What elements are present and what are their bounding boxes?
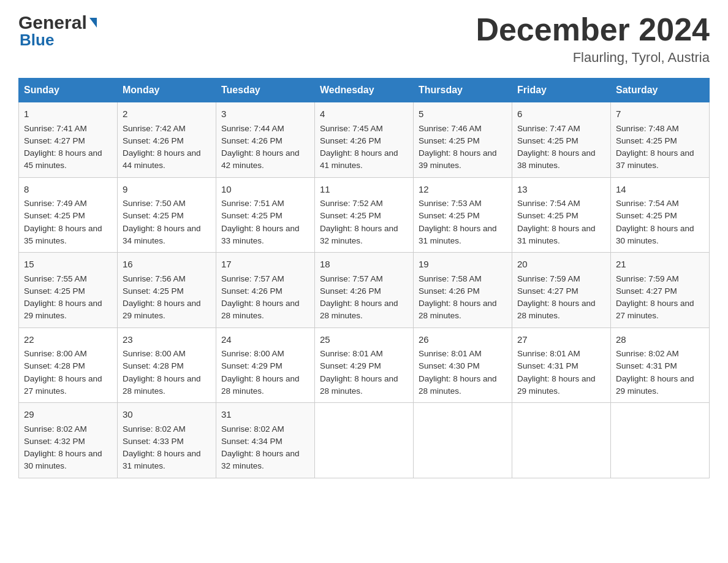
table-row bbox=[315, 403, 414, 478]
table-row: 27Sunrise: 8:01 AMSunset: 4:31 PMDayligh… bbox=[512, 327, 611, 403]
col-saturday: Saturday bbox=[611, 79, 710, 102]
page-header: General Blue December 2024 Flaurling, Ty… bbox=[18, 12, 710, 66]
day-number: 11 bbox=[320, 183, 408, 197]
col-sunday: Sunday bbox=[19, 79, 118, 102]
day-number: 4 bbox=[320, 107, 408, 121]
day-info: Sunrise: 7:59 AMSunset: 4:27 PMDaylight:… bbox=[517, 274, 596, 321]
day-number: 20 bbox=[517, 258, 605, 272]
table-row: 8Sunrise: 7:49 AMSunset: 4:25 PMDaylight… bbox=[19, 177, 118, 253]
day-info: Sunrise: 7:41 AMSunset: 4:27 PMDaylight:… bbox=[24, 124, 102, 170]
day-info: Sunrise: 7:42 AMSunset: 4:26 PMDaylight:… bbox=[123, 124, 201, 170]
calendar-week-row: 15Sunrise: 7:55 AMSunset: 4:25 PMDayligh… bbox=[19, 253, 710, 328]
table-row: 1Sunrise: 7:41 AMSunset: 4:27 PMDaylight… bbox=[19, 102, 118, 178]
day-info: Sunrise: 8:00 AMSunset: 4:28 PMDaylight:… bbox=[123, 349, 201, 396]
table-row: 25Sunrise: 8:01 AMSunset: 4:29 PMDayligh… bbox=[315, 327, 414, 403]
day-info: Sunrise: 8:02 AMSunset: 4:32 PMDaylight:… bbox=[24, 424, 102, 471]
table-row: 16Sunrise: 7:56 AMSunset: 4:25 PMDayligh… bbox=[118, 253, 216, 328]
day-number: 10 bbox=[221, 183, 309, 197]
day-info: Sunrise: 7:51 AMSunset: 4:25 PMDaylight:… bbox=[221, 199, 300, 245]
day-number: 26 bbox=[419, 333, 507, 347]
day-number: 29 bbox=[24, 408, 112, 422]
day-info: Sunrise: 8:02 AMSunset: 4:31 PMDaylight:… bbox=[616, 349, 694, 396]
day-number: 27 bbox=[517, 333, 605, 347]
table-row: 4Sunrise: 7:45 AMSunset: 4:26 PMDaylight… bbox=[315, 102, 414, 178]
calendar-week-row: 8Sunrise: 7:49 AMSunset: 4:25 PMDaylight… bbox=[19, 177, 710, 253]
day-info: Sunrise: 7:48 AMSunset: 4:25 PMDaylight:… bbox=[616, 124, 694, 170]
day-info: Sunrise: 8:00 AMSunset: 4:28 PMDaylight:… bbox=[24, 349, 102, 396]
calendar-week-row: 29Sunrise: 8:02 AMSunset: 4:32 PMDayligh… bbox=[19, 403, 710, 478]
table-row: 31Sunrise: 8:02 AMSunset: 4:34 PMDayligh… bbox=[216, 403, 315, 478]
logo: General Blue bbox=[18, 12, 97, 50]
day-number: 9 bbox=[123, 183, 211, 197]
table-row: 5Sunrise: 7:46 AMSunset: 4:25 PMDaylight… bbox=[414, 102, 512, 178]
table-row bbox=[611, 403, 710, 478]
day-number: 21 bbox=[616, 258, 704, 272]
day-info: Sunrise: 8:01 AMSunset: 4:30 PMDaylight:… bbox=[419, 349, 497, 396]
table-row: 17Sunrise: 7:57 AMSunset: 4:26 PMDayligh… bbox=[216, 253, 315, 328]
logo-triangle-icon bbox=[89, 18, 97, 28]
day-info: Sunrise: 7:44 AMSunset: 4:26 PMDaylight:… bbox=[221, 124, 300, 170]
day-number: 30 bbox=[123, 408, 211, 422]
day-number: 2 bbox=[123, 107, 211, 121]
logo-general: General bbox=[18, 12, 87, 33]
col-tuesday: Tuesday bbox=[216, 79, 315, 102]
table-row: 26Sunrise: 8:01 AMSunset: 4:30 PMDayligh… bbox=[414, 327, 512, 403]
day-info: Sunrise: 7:58 AMSunset: 4:26 PMDaylight:… bbox=[419, 274, 497, 321]
day-info: Sunrise: 7:54 AMSunset: 4:25 PMDaylight:… bbox=[616, 199, 694, 245]
day-info: Sunrise: 7:53 AMSunset: 4:25 PMDaylight:… bbox=[419, 199, 497, 245]
table-row: 9Sunrise: 7:50 AMSunset: 4:25 PMDaylight… bbox=[118, 177, 216, 253]
page-subtitle: Flaurling, Tyrol, Austria bbox=[476, 50, 710, 66]
day-number: 17 bbox=[221, 258, 309, 272]
table-row: 3Sunrise: 7:44 AMSunset: 4:26 PMDaylight… bbox=[216, 102, 315, 178]
day-info: Sunrise: 8:02 AMSunset: 4:33 PMDaylight:… bbox=[123, 424, 201, 471]
day-number: 8 bbox=[24, 183, 112, 197]
table-row: 30Sunrise: 8:02 AMSunset: 4:33 PMDayligh… bbox=[118, 403, 216, 478]
day-info: Sunrise: 8:00 AMSunset: 4:29 PMDaylight:… bbox=[221, 349, 300, 396]
table-row: 10Sunrise: 7:51 AMSunset: 4:25 PMDayligh… bbox=[216, 177, 315, 253]
day-number: 23 bbox=[123, 333, 211, 347]
day-info: Sunrise: 7:59 AMSunset: 4:27 PMDaylight:… bbox=[616, 274, 694, 321]
col-friday: Friday bbox=[512, 79, 611, 102]
day-number: 31 bbox=[221, 408, 309, 422]
col-monday: Monday bbox=[118, 79, 216, 102]
day-number: 18 bbox=[320, 258, 408, 272]
day-number: 13 bbox=[517, 183, 605, 197]
day-number: 28 bbox=[616, 333, 704, 347]
day-info: Sunrise: 7:46 AMSunset: 4:25 PMDaylight:… bbox=[419, 124, 497, 170]
table-row: 11Sunrise: 7:52 AMSunset: 4:25 PMDayligh… bbox=[315, 177, 414, 253]
calendar-week-row: 1Sunrise: 7:41 AMSunset: 4:27 PMDaylight… bbox=[19, 102, 710, 178]
day-number: 3 bbox=[221, 107, 309, 121]
table-row: 24Sunrise: 8:00 AMSunset: 4:29 PMDayligh… bbox=[216, 327, 315, 403]
day-number: 16 bbox=[123, 258, 211, 272]
day-number: 12 bbox=[419, 183, 507, 197]
table-row: 12Sunrise: 7:53 AMSunset: 4:25 PMDayligh… bbox=[414, 177, 512, 253]
table-row: 22Sunrise: 8:00 AMSunset: 4:28 PMDayligh… bbox=[19, 327, 118, 403]
calendar-table: Sunday Monday Tuesday Wednesday Thursday… bbox=[18, 78, 710, 478]
day-info: Sunrise: 8:01 AMSunset: 4:31 PMDaylight:… bbox=[517, 349, 596, 396]
day-info: Sunrise: 7:45 AMSunset: 4:26 PMDaylight:… bbox=[320, 124, 398, 170]
table-row: 29Sunrise: 8:02 AMSunset: 4:32 PMDayligh… bbox=[19, 403, 118, 478]
table-row: 19Sunrise: 7:58 AMSunset: 4:26 PMDayligh… bbox=[414, 253, 512, 328]
calendar-header-row: Sunday Monday Tuesday Wednesday Thursday… bbox=[19, 79, 710, 102]
table-row: 7Sunrise: 7:48 AMSunset: 4:25 PMDaylight… bbox=[611, 102, 710, 178]
day-number: 6 bbox=[517, 107, 605, 121]
table-row bbox=[512, 403, 611, 478]
day-number: 24 bbox=[221, 333, 309, 347]
day-number: 19 bbox=[419, 258, 507, 272]
table-row: 2Sunrise: 7:42 AMSunset: 4:26 PMDaylight… bbox=[118, 102, 216, 178]
day-info: Sunrise: 7:47 AMSunset: 4:25 PMDaylight:… bbox=[517, 124, 596, 170]
page-title: December 2024 bbox=[476, 12, 710, 47]
day-number: 7 bbox=[616, 107, 704, 121]
table-row: 23Sunrise: 8:00 AMSunset: 4:28 PMDayligh… bbox=[118, 327, 216, 403]
day-number: 15 bbox=[24, 258, 112, 272]
table-row bbox=[414, 403, 512, 478]
table-row: 15Sunrise: 7:55 AMSunset: 4:25 PMDayligh… bbox=[19, 253, 118, 328]
day-info: Sunrise: 7:52 AMSunset: 4:25 PMDaylight:… bbox=[320, 199, 398, 245]
day-info: Sunrise: 7:50 AMSunset: 4:25 PMDaylight:… bbox=[123, 199, 201, 245]
day-number: 5 bbox=[419, 107, 507, 121]
calendar-week-row: 22Sunrise: 8:00 AMSunset: 4:28 PMDayligh… bbox=[19, 327, 710, 403]
day-info: Sunrise: 7:54 AMSunset: 4:25 PMDaylight:… bbox=[517, 199, 596, 245]
day-info: Sunrise: 7:57 AMSunset: 4:26 PMDaylight:… bbox=[221, 274, 300, 321]
table-row: 6Sunrise: 7:47 AMSunset: 4:25 PMDaylight… bbox=[512, 102, 611, 178]
day-info: Sunrise: 7:55 AMSunset: 4:25 PMDaylight:… bbox=[24, 274, 102, 321]
